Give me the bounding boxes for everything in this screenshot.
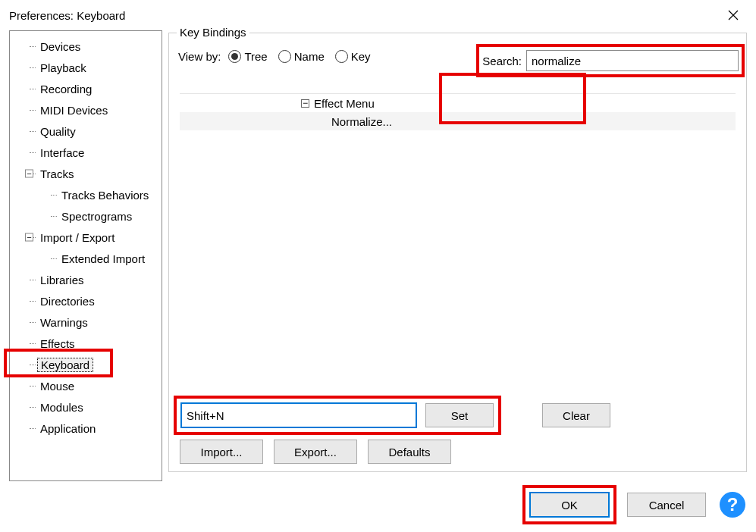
shortcut-row: Set (177, 399, 498, 432)
tree-child-label: Normalize... (331, 115, 392, 128)
set-button[interactable]: Set (425, 403, 494, 427)
sidebar-item-label: Tracks (37, 167, 77, 180)
sidebar-item-label: Warnings (37, 316, 91, 329)
sidebar-item-directories[interactable]: Directories (10, 290, 162, 311)
window-title: Preferences: Keyboard (9, 9, 125, 22)
preferences-tree[interactable]: DevicesPlaybackRecordingMIDI DevicesQual… (9, 30, 162, 481)
sidebar-item-quality[interactable]: Quality (10, 120, 162, 142)
sidebar-item-mouse[interactable]: Mouse (10, 375, 162, 396)
sidebar-item-label: Import / Export (37, 231, 118, 244)
collapse-icon[interactable]: − (25, 233, 33, 242)
key-bindings-panel: Key Bindings View by: TreeNameKey Search… (168, 30, 747, 481)
sidebar-item-spectrograms[interactable]: Spectrograms (10, 205, 162, 227)
sidebar-item-label: Recording (37, 83, 95, 95)
sidebar-item-label: Directories (37, 295, 98, 308)
bindings-tree[interactable]: − Effect Menu Normalize... (180, 80, 736, 376)
sidebar-item-application[interactable]: Application (10, 418, 162, 439)
search-label: Search: (482, 55, 522, 67)
titlebar: Preferences: Keyboard (0, 0, 756, 30)
sidebar-item-label: Playback (37, 61, 89, 74)
radio-label: Key (351, 50, 371, 63)
io-row: Import... Export... Defaults (180, 440, 451, 464)
sidebar-item-import-export[interactable]: −Import / Export (10, 227, 162, 248)
sidebar-item-label: Modules (37, 401, 86, 414)
radio-icon (228, 50, 241, 63)
sidebar-item-label: Quality (37, 125, 79, 138)
view-by-label: View by: (178, 50, 221, 63)
radio-label: Name (294, 50, 325, 63)
close-button[interactable] (718, 5, 748, 26)
export-button[interactable]: Export... (274, 440, 357, 464)
help-button[interactable]: ? (720, 492, 745, 518)
clear-button[interactable]: Clear (542, 403, 610, 427)
sidebar-item-effects[interactable]: Effects (10, 333, 162, 354)
sidebar-highlight (7, 352, 110, 374)
viewby-radio-name[interactable]: Name (278, 50, 325, 63)
close-icon (728, 10, 739, 20)
cancel-button[interactable]: Cancel (627, 493, 706, 517)
sidebar-item-recording[interactable]: Recording (10, 78, 162, 99)
ok-button[interactable]: OK (530, 493, 609, 517)
radio-icon (278, 50, 291, 63)
sidebar-item-devices[interactable]: Devices (10, 36, 162, 57)
shortcut-input[interactable] (181, 403, 416, 427)
viewby-radio-key[interactable]: Key (335, 50, 371, 63)
sidebar-item-label: Tracks Behaviors (58, 189, 152, 202)
sidebar-item-label: Spectrograms (58, 210, 135, 223)
tree-parent-label: Effect Menu (314, 97, 375, 110)
sidebar-item-warnings[interactable]: Warnings (10, 311, 162, 333)
sidebar-item-tracks[interactable]: −Tracks (10, 163, 162, 184)
results-highlight (442, 76, 583, 121)
sidebar-item-midi-devices[interactable]: MIDI Devices (10, 99, 162, 120)
search-input[interactable] (526, 50, 739, 71)
defaults-button[interactable]: Defaults (368, 440, 451, 464)
sidebar-item-label: Libraries (37, 274, 87, 286)
viewby-radio-tree[interactable]: Tree (228, 50, 267, 63)
sidebar-item-label: Effects (37, 337, 78, 350)
view-by-row: View by: TreeNameKey (178, 50, 371, 63)
sidebar-item-label: Interface (37, 146, 87, 159)
collapse-icon[interactable]: − (25, 170, 33, 178)
sidebar-item-label: Extended Import (58, 252, 148, 265)
sidebar-item-label: Devices (37, 40, 83, 53)
dialog-footer: OK Cancel ? (525, 488, 745, 521)
sidebar-item-modules[interactable]: Modules (10, 396, 162, 418)
sidebar-item-extended-import[interactable]: Extended Import (10, 248, 162, 269)
sidebar-item-label: Application (37, 422, 99, 435)
import-button[interactable]: Import... (180, 440, 263, 464)
groupbox-title: Key Bindings (177, 26, 249, 39)
radio-icon (335, 50, 348, 63)
sidebar-item-libraries[interactable]: Libraries (10, 269, 162, 290)
sidebar-item-playback[interactable]: Playback (10, 57, 162, 78)
sidebar-item-label: MIDI Devices (37, 104, 111, 117)
search-area: Search: (479, 47, 742, 74)
sidebar-item-label: Mouse (37, 380, 77, 393)
collapse-icon[interactable]: − (301, 99, 309, 108)
sidebar-item-interface[interactable]: Interface (10, 142, 162, 163)
sidebar-item-tracks-behaviors[interactable]: Tracks Behaviors (10, 184, 162, 205)
radio-label: Tree (244, 50, 267, 63)
